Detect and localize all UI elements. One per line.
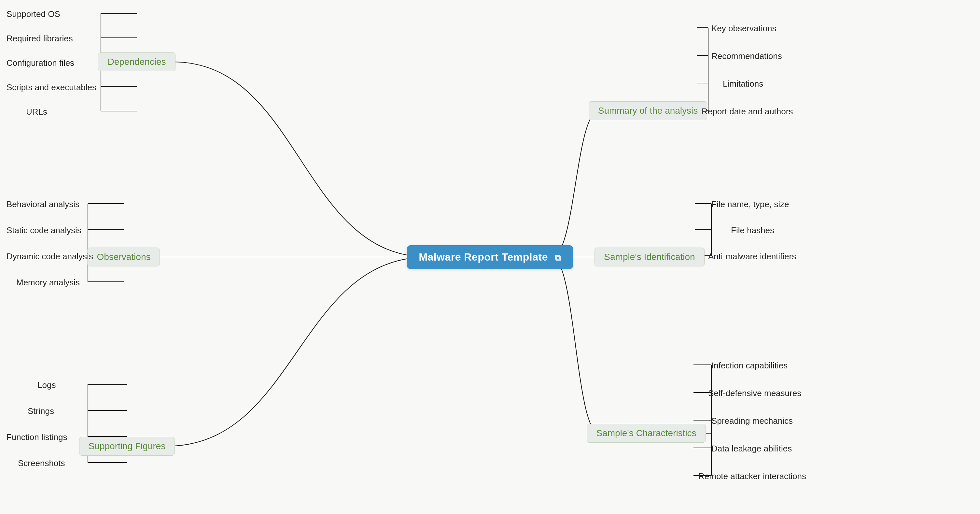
leaf-behavioral-analysis: Behavioral analysis <box>6 200 80 209</box>
leaf-report-date-authors: Report date and authors <box>702 107 793 117</box>
leaf-supported-os: Supported OS <box>6 9 60 19</box>
leaf-spreading-mechanics: Spreading mechanics <box>711 416 793 426</box>
branch-summary[interactable]: Summary of the analysis <box>599 102 697 120</box>
mindmap-container: Malware Report Template ⧉ Dependencies S… <box>0 0 980 514</box>
leaf-scripts-executables: Scripts and executables <box>6 82 96 93</box>
leaf-limitations: Limitations <box>723 79 763 89</box>
leaf-data-leakage: Data leakage abilities <box>711 444 792 454</box>
summary-label: Summary of the analysis <box>589 101 708 120</box>
leaf-file-name-type-size: File name, type, size <box>711 200 789 209</box>
leaf-dynamic-code: Dynamic code analysis <box>6 251 93 262</box>
branch-supporting-figures[interactable]: Supporting Figures <box>88 437 166 455</box>
characteristics-label: Sample's Characteristics <box>587 424 706 443</box>
branch-dependencies[interactable]: Dependencies <box>101 53 173 71</box>
leaf-logs: Logs <box>37 380 56 390</box>
branch-identification[interactable]: Sample's Identification <box>604 248 695 266</box>
supporting-figures-label: Supporting Figures <box>79 437 175 456</box>
branch-observations[interactable]: Observations <box>88 248 159 266</box>
identification-label: Sample's Identification <box>595 247 704 267</box>
leaf-anti-malware: Anti-malware identifiers <box>708 251 796 262</box>
leaf-recommendations: Recommendations <box>711 51 782 61</box>
branch-characteristics[interactable]: Sample's Characteristics <box>599 424 694 442</box>
leaf-configuration-files: Configuration files <box>6 58 74 68</box>
center-label: Malware Report Template <box>419 251 548 263</box>
observations-label: Observations <box>88 247 160 267</box>
dependencies-label: Dependencies <box>98 53 175 71</box>
leaf-required-libraries: Required libraries <box>6 34 73 44</box>
leaf-self-defensive: Self-defensive measures <box>708 388 801 398</box>
leaf-remote-attacker: Remote attacker interactions <box>698 471 806 481</box>
leaf-strings: Strings <box>28 406 54 416</box>
leaf-file-hashes: File hashes <box>731 225 774 236</box>
center-node[interactable]: Malware Report Template ⧉ <box>428 245 552 269</box>
leaf-function-listings: Function listings <box>6 432 67 442</box>
leaf-screenshots: Screenshots <box>18 458 65 468</box>
leaf-key-observations: Key observations <box>711 24 776 34</box>
leaf-static-code: Static code analysis <box>6 225 81 236</box>
external-link-icon: ⧉ <box>555 253 561 263</box>
leaf-urls: URLs <box>26 107 47 117</box>
leaf-memory-analysis: Memory analysis <box>16 278 80 287</box>
leaf-infection-capabilities: Infection capabilities <box>711 361 788 371</box>
